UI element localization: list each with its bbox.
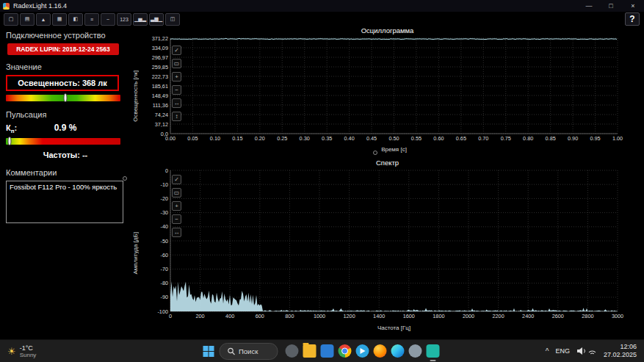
svg-text:0: 0 [165, 167, 168, 174]
settings-button[interactable]: ≡ [84, 13, 99, 26]
help-button[interactable]: ? [625, 12, 640, 26]
spectrum-zoom-tool-2[interactable]: ▭ [172, 188, 181, 198]
comments-wrap: Fossibot F112 Pro - 100% яркость [6, 181, 125, 226]
taskbar-app-firefox[interactable] [371, 340, 388, 362]
svg-text:-30: -30 [160, 209, 168, 216]
svg-text:2200: 2200 [492, 313, 504, 319]
record-button[interactable]: ▢ [4, 13, 18, 26]
radexlight-icon [426, 344, 439, 358]
svg-text:-20: -20 [160, 195, 168, 202]
settings-icon [408, 344, 422, 358]
start-button[interactable] [203, 346, 214, 357]
svg-text:0.30: 0.30 [300, 135, 310, 142]
edge-icon [391, 344, 404, 358]
svg-text:-40: -40 [160, 223, 168, 230]
taskbar-app-radexlight[interactable] [424, 340, 441, 362]
taskbar-app-file-explorer[interactable] [300, 340, 318, 362]
svg-text:0.80: 0.80 [523, 135, 533, 142]
oscillogram-zoom-tool-5[interactable]: ↔ [172, 98, 181, 108]
close-button[interactable]: × [622, 0, 644, 12]
oscillogram-zoom-tool-3[interactable]: + [172, 72, 181, 82]
svg-text:1600: 1600 [403, 313, 415, 319]
system-tray: ^ ENG 12:06 27.02.2025 [546, 343, 644, 360]
svg-text:800: 800 [285, 313, 294, 319]
svg-text:0: 0 [169, 313, 172, 319]
oscillogram-plot[interactable]: 0.000.050.100.150.200.250.300.350.400.45… [140, 35, 644, 145]
search-icon [227, 347, 235, 355]
svg-text:-90: -90 [160, 294, 168, 300]
svg-text:0.05: 0.05 [187, 135, 198, 142]
search-box[interactable]: Поиск [219, 343, 278, 360]
taskbar-apps [283, 340, 441, 362]
export-button[interactable]: ▲ [36, 13, 51, 26]
svg-text:0.65: 0.65 [456, 135, 466, 142]
layout-view-button[interactable]: ◫ [165, 13, 180, 26]
telegram-icon [355, 344, 369, 358]
network-volume-icons[interactable] [576, 347, 597, 355]
minimize-button[interactable]: — [578, 0, 600, 12]
svg-text:74,24: 74,24 [155, 112, 168, 118]
device-badge[interactable]: RADEX LUPIN: 2018-12-24 2563 [7, 43, 119, 55]
pulsation-section-heading: Пульсация [6, 110, 125, 119]
svg-text:400: 400 [225, 313, 234, 319]
taskbar-app-browser-dark[interactable] [283, 340, 300, 362]
oscillogram-zoom-tool-4[interactable]: − [172, 85, 181, 95]
frequencies-label: Частоты: -- [6, 151, 125, 159]
comments-section-heading: Комментарии [6, 168, 125, 177]
svg-text:259,85: 259,85 [152, 64, 168, 70]
spectrum-plot[interactable]: 0200400600800100012001400160018002000220… [140, 167, 644, 323]
oscillogram-zoom-tool-1[interactable]: ✓ [172, 46, 181, 55]
weather-widget[interactable]: ☀ -1°C Sunny [0, 344, 43, 358]
taskbar-app-chrome[interactable] [336, 340, 353, 362]
value-section-heading: Значение [6, 62, 125, 71]
window-controls: — □ × [578, 0, 644, 12]
display-toggle-button[interactable]: ◧ [68, 13, 83, 26]
spectrum-zoom-tool-5[interactable]: ↔ [172, 228, 181, 237]
svg-text:111,36: 111,36 [153, 102, 168, 109]
oscillogram-zoom-tool-2[interactable]: ▭ [172, 59, 181, 68]
svg-text:0.10: 0.10 [210, 135, 220, 142]
oscillogram-title: Осциллограмма [131, 26, 644, 35]
window-title: RadexLight 1.16.4 [13, 2, 67, 10]
open-button[interactable]: ▤ [20, 13, 35, 26]
spectrum-zoom-tool-1[interactable]: ✓ [172, 175, 181, 184]
svg-text:1.00: 1.00 [612, 135, 623, 142]
svg-text:0.40: 0.40 [344, 135, 354, 142]
chart-splitter-handle[interactable] [373, 151, 377, 155]
oscillogram-view-button[interactable]: ~ [101, 13, 115, 26]
svg-text:-80: -80 [160, 280, 168, 286]
kp-label: Кп: [6, 123, 17, 134]
spectrum-zoom-tool-4[interactable]: − [172, 214, 181, 224]
taskbar-app-telegram[interactable] [353, 340, 371, 362]
svg-text:3000: 3000 [612, 313, 623, 319]
kp-row: Кп: 0.9 % [6, 123, 125, 134]
svg-text:0.95: 0.95 [590, 135, 600, 142]
maximize-button[interactable]: □ [600, 0, 622, 12]
oscillogram-zoom-tool-6[interactable]: ↕ [172, 112, 181, 121]
svg-text:0.90: 0.90 [568, 135, 578, 142]
spectrum-view-button[interactable]: ▁▅▂ [133, 13, 148, 26]
svg-text:371,22: 371,22 [152, 35, 168, 42]
svg-text:-50: -50 [160, 238, 168, 245]
firefox-icon [373, 344, 386, 358]
svg-text:1800: 1800 [433, 313, 444, 319]
panel-resize-dot[interactable] [123, 176, 127, 181]
weather-sun-icon: ☀ [7, 346, 16, 357]
svg-text:-100: -100 [157, 308, 168, 315]
tray-expand-icon[interactable]: ^ [546, 347, 549, 355]
histogram-view-button[interactable]: ▃▆▁ [149, 13, 164, 26]
clock[interactable]: 12:06 27.02.2025 [604, 343, 637, 360]
numeric-view-button[interactable]: 123 [117, 13, 131, 26]
taskbar: ☀ -1°C Sunny Поиск ^ ENG [0, 339, 644, 362]
taskbar-app-edge[interactable] [388, 340, 406, 362]
svg-text:0.60: 0.60 [433, 135, 444, 142]
save-button[interactable]: ▦ [52, 13, 67, 26]
taskbar-app-settings[interactable] [406, 340, 424, 362]
comments-input[interactable]: Fossibot F112 Pro - 100% яркость [6, 181, 123, 223]
weather-temp: -1°C [20, 344, 37, 352]
language-indicator[interactable]: ENG [555, 347, 570, 355]
illuminance-scale [6, 95, 120, 101]
svg-text:0.45: 0.45 [366, 135, 377, 142]
taskbar-app-mail[interactable] [318, 340, 336, 362]
spectrum-zoom-tool-3[interactable]: + [172, 201, 181, 211]
